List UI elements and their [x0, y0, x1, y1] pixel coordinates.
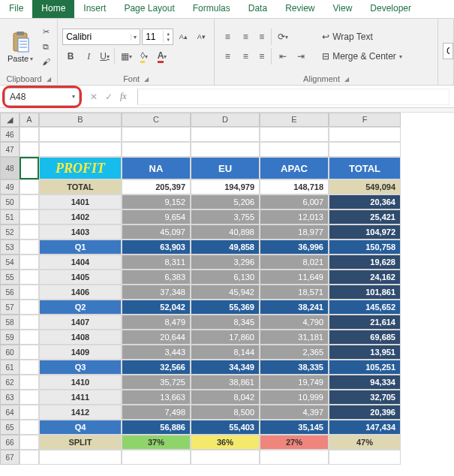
cell[interactable]	[260, 450, 329, 465]
cell[interactable]: 8,479	[122, 315, 191, 330]
cell[interactable]	[39, 142, 122, 157]
split-eu[interactable]: 36%	[191, 435, 260, 450]
cell[interactable]: 5,206	[191, 194, 260, 209]
row-header-49[interactable]: 49	[0, 179, 20, 194]
tab-review[interactable]: Review	[276, 0, 323, 18]
grand-eu[interactable]: 194,979	[191, 179, 260, 194]
cell[interactable]: 8,042	[191, 390, 260, 405]
grand-na[interactable]: 205,397	[122, 179, 191, 194]
cell[interactable]	[122, 127, 191, 142]
row-header-55[interactable]: 55	[0, 270, 20, 285]
row-header-46[interactable]: 46	[0, 127, 20, 142]
cell[interactable]: 6,130	[191, 270, 260, 285]
col-header-B[interactable]: B	[39, 113, 122, 127]
row-header-48[interactable]: 48	[0, 157, 20, 179]
font-size-input[interactable]	[143, 32, 163, 42]
row-header-60[interactable]: 60	[0, 345, 20, 360]
cell[interactable]	[191, 127, 260, 142]
cell[interactable]: 32,566	[122, 360, 191, 375]
cell[interactable]: 69,685	[329, 330, 401, 345]
row-header-54[interactable]: 54	[0, 255, 20, 270]
formula-input[interactable]	[138, 92, 449, 102]
cell[interactable]	[20, 330, 39, 345]
row-header-57[interactable]: 57	[0, 300, 20, 315]
cell[interactable]: 147,434	[329, 420, 401, 435]
cell[interactable]: 55,369	[191, 300, 260, 315]
cell[interactable]	[20, 255, 39, 270]
row-lbl[interactable]: 1408	[39, 330, 122, 345]
cell[interactable]: 19,628	[329, 255, 401, 270]
tab-formulas[interactable]: Formulas	[184, 0, 239, 18]
col-header-E[interactable]: E	[260, 113, 329, 127]
name-box-input[interactable]	[5, 92, 69, 102]
col-header-D[interactable]: D	[191, 113, 260, 127]
decrease-indent-button[interactable]: ⇤	[275, 48, 291, 65]
cell[interactable]	[122, 450, 191, 465]
fill-color-button[interactable]: ◊▾	[136, 48, 152, 65]
font-size-combo[interactable]: ▲▼	[142, 29, 173, 45]
cell[interactable]	[20, 285, 39, 300]
cell[interactable]: 20,644	[122, 330, 191, 345]
cell[interactable]: 45,097	[122, 224, 191, 240]
row-header-62[interactable]: 62	[0, 375, 20, 390]
row-lbl[interactable]: 1412	[39, 405, 122, 420]
cell[interactable]: 21,614	[329, 315, 401, 330]
row-header-67[interactable]: 67	[0, 450, 20, 465]
cell[interactable]	[191, 142, 260, 157]
enter-formula-button[interactable]: ✓	[105, 92, 113, 102]
split-na[interactable]: 37%	[122, 435, 191, 450]
cell[interactable]	[20, 405, 39, 420]
cell[interactable]	[39, 450, 122, 465]
split-apac[interactable]: 27%	[260, 435, 329, 450]
select-all-corner[interactable]: ◢	[0, 113, 20, 127]
cell[interactable]: 31,181	[260, 330, 329, 345]
cell[interactable]	[20, 345, 39, 360]
cell[interactable]: 11,649	[260, 270, 329, 285]
cell[interactable]: 55,403	[191, 420, 260, 435]
col-header-F[interactable]: F	[329, 113, 401, 127]
col-header-C[interactable]: C	[122, 113, 191, 127]
increase-font-button[interactable]: A▴	[175, 29, 191, 45]
fx-icon[interactable]: fx	[120, 91, 127, 102]
cell[interactable]: 104,972	[329, 224, 401, 240]
cell[interactable]: 38,335	[260, 360, 329, 375]
cell[interactable]	[329, 127, 401, 142]
tab-home[interactable]: Home	[32, 0, 74, 18]
row-lbl[interactable]: 1407	[39, 315, 122, 330]
cell[interactable]: 38,861	[191, 375, 260, 390]
cell[interactable]	[20, 390, 39, 405]
hdr-apac[interactable]: APAC	[260, 157, 329, 179]
wrap-text-button[interactable]: ↩ Wrap Text	[317, 29, 407, 45]
cell[interactable]: 20,364	[329, 194, 401, 209]
split-label[interactable]: SPLIT	[39, 435, 122, 450]
row-lbl[interactable]: 1405	[39, 270, 122, 285]
row-header-50[interactable]: 50	[0, 194, 20, 209]
split-tot[interactable]: 47%	[329, 435, 401, 450]
cell[interactable]: 145,652	[329, 300, 401, 315]
border-button[interactable]: ▦▾	[118, 48, 134, 65]
row-header-53[interactable]: 53	[0, 240, 20, 255]
cell[interactable]: 9,152	[122, 194, 191, 209]
cell[interactable]: 13,663	[122, 390, 191, 405]
cell[interactable]: 7,498	[122, 405, 191, 420]
row-lbl[interactable]: 1403	[39, 224, 122, 240]
cell[interactable]: 52,042	[122, 300, 191, 315]
cell[interactable]	[20, 194, 39, 209]
active-cell[interactable]	[20, 157, 39, 179]
row-lbl[interactable]: Q3	[39, 360, 122, 375]
row-header-64[interactable]: 64	[0, 405, 20, 420]
dialog-launcher-icon[interactable]: ◢	[144, 76, 149, 83]
cell[interactable]: 38,241	[260, 300, 329, 315]
cell[interactable]: 25,421	[329, 209, 401, 224]
cell[interactable]: 18,977	[260, 224, 329, 240]
number-format-input[interactable]	[443, 46, 452, 56]
font-name-input[interactable]	[63, 32, 131, 42]
grand-tot[interactable]: 549,094	[329, 179, 401, 194]
cell[interactable]	[329, 450, 401, 465]
formula-bar[interactable]	[137, 89, 449, 105]
number-format-combo[interactable]	[443, 43, 453, 59]
format-painter-button[interactable]: 🖌	[39, 55, 53, 68]
cell[interactable]	[20, 240, 39, 255]
bold-button[interactable]: B	[62, 48, 79, 65]
cell[interactable]	[20, 179, 39, 194]
